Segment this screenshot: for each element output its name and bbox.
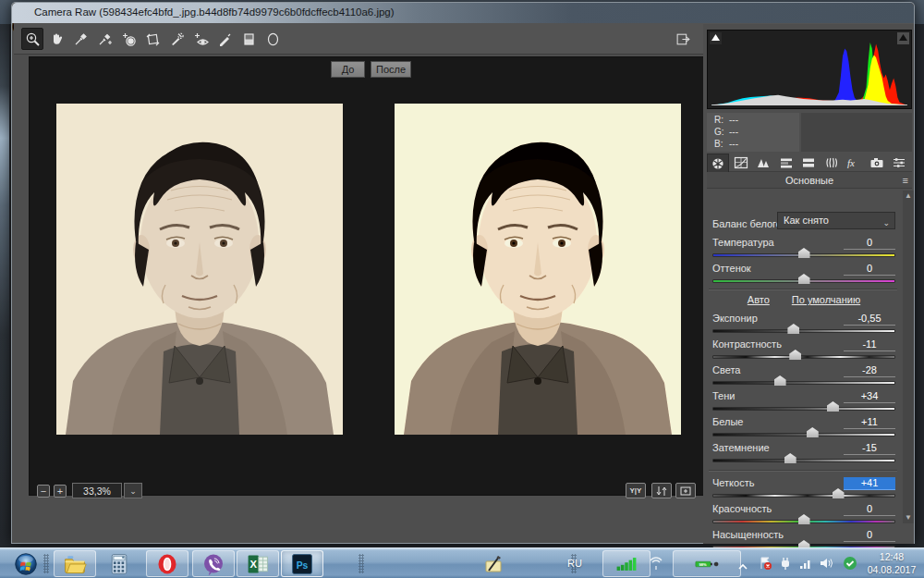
copy-settings-button[interactable]: [675, 483, 696, 498]
tab-hsl[interactable]: [775, 154, 797, 172]
white-balance-row: Баланс белого: Как снято ⌄: [712, 215, 897, 231]
slider-value[interactable]: -15: [844, 442, 895, 455]
shadow-clipping-icon[interactable]: [710, 32, 722, 44]
explorer-icon[interactable]: [54, 550, 96, 577]
open-preferences-icon[interactable]: [672, 28, 694, 50]
tab-camera-calibration[interactable]: [866, 154, 888, 172]
radial-filter-tool[interactable]: [261, 28, 284, 50]
slider-handle[interactable]: [798, 274, 810, 284]
slider-track[interactable]: [712, 407, 895, 411]
zoom-tool[interactable]: [21, 28, 43, 50]
panel-scrollbar[interactable]: ▲ ▼: [903, 191, 914, 523]
calculator-icon[interactable]: [98, 550, 140, 577]
slider-label: Температура: [712, 237, 774, 248]
slider-track[interactable]: [712, 381, 895, 385]
slider-handle[interactable]: [774, 375, 786, 386]
clock-date: 04.08.2017: [863, 563, 920, 576]
slider-handle[interactable]: [833, 488, 845, 498]
panel-menu-icon[interactable]: ≡: [903, 175, 908, 186]
red-eye-tool[interactable]: [189, 28, 212, 50]
tab-split-toning[interactable]: [797, 154, 820, 172]
auto-link[interactable]: Авто: [748, 294, 770, 305]
tab-lens-corrections[interactable]: [821, 154, 843, 172]
swap-before-after-button[interactable]: [651, 483, 672, 498]
slider-value[interactable]: +34: [844, 390, 895, 403]
viber-icon[interactable]: [192, 550, 235, 577]
language-indicator[interactable]: RU: [567, 558, 582, 569]
slider-handle[interactable]: [827, 401, 839, 412]
slider-highlights: Света-28: [712, 364, 897, 390]
clock[interactable]: 12:48 04.08.2017: [863, 550, 920, 576]
photo-after[interactable]: [395, 104, 681, 435]
taskbar-divider: [359, 554, 364, 573]
targeted-adjustment-tool[interactable]: [117, 28, 140, 50]
notes-icon[interactable]: [475, 550, 512, 577]
battery-indicator[interactable]: 98%: [673, 550, 741, 577]
spot-removal-tool[interactable]: [165, 28, 188, 50]
scroll-up-arrow[interactable]: ▲: [903, 191, 914, 202]
slider-handle[interactable]: [798, 514, 810, 524]
before-button[interactable]: До: [331, 61, 365, 78]
zoom-out-button[interactable]: −: [37, 485, 50, 498]
slider-handle[interactable]: [807, 427, 819, 437]
slider-track[interactable]: [712, 329, 895, 333]
slider-value[interactable]: +41: [844, 477, 895, 490]
graduated-filter-tool[interactable]: [237, 28, 260, 50]
zoom-level-value[interactable]: 33,3%: [72, 483, 122, 498]
slider-value[interactable]: 0: [844, 529, 895, 542]
section-title: Основные: [707, 172, 912, 189]
slider-contrast: Контрастность-11: [712, 338, 897, 364]
slider-value[interactable]: +11: [844, 416, 895, 429]
slider-handle[interactable]: [787, 324, 799, 334]
volume-icon[interactable]: [819, 556, 833, 574]
tab-presets[interactable]: [888, 154, 910, 172]
slider-track[interactable]: [712, 494, 895, 498]
sync-icon[interactable]: [843, 556, 857, 574]
tab-effects[interactable]: fx: [843, 154, 865, 172]
slider-value[interactable]: -0,55: [844, 313, 895, 326]
scroll-down-arrow[interactable]: ▼: [903, 512, 914, 523]
slider-shadows: Тени+34: [712, 390, 897, 416]
slider-handle[interactable]: [789, 350, 801, 360]
after-button[interactable]: После: [371, 61, 411, 78]
crop-tool[interactable]: [141, 28, 164, 50]
slider-value[interactable]: -11: [844, 338, 895, 351]
slider-track[interactable]: [712, 459, 895, 462]
slider-handle[interactable]: [798, 248, 810, 258]
color-sampler-tool[interactable]: [93, 28, 116, 50]
slider-track[interactable]: [712, 433, 895, 437]
tab-detail[interactable]: [752, 154, 774, 172]
tab-tone-curve[interactable]: [730, 154, 752, 172]
wifi-icon[interactable]: [649, 557, 663, 575]
default-link[interactable]: По умолчанию: [792, 294, 860, 305]
slider-handle[interactable]: [784, 453, 796, 463]
adjustment-brush-tool[interactable]: [213, 28, 236, 50]
opera-icon[interactable]: [146, 550, 188, 577]
zoom-in-button[interactable]: +: [54, 485, 67, 498]
zoom-level-dropdown[interactable]: ⌄: [124, 483, 142, 498]
chevron-down-icon: ⌄: [882, 215, 890, 231]
slider-value[interactable]: -28: [844, 364, 895, 377]
network-meter-icon[interactable]: [602, 550, 650, 577]
slider-value[interactable]: 0: [844, 237, 895, 250]
before-after-views-button[interactable]: Y|Y: [626, 483, 646, 498]
photoshop-icon[interactable]: Ps: [281, 550, 323, 577]
slider-label: Красочность: [712, 503, 772, 514]
section-header: Основные ≡: [707, 172, 912, 189]
white-balance-select[interactable]: Как снято ⌄: [777, 212, 895, 229]
hidden-icons-arrow[interactable]: [736, 560, 750, 578]
white-balance-tool[interactable]: [69, 28, 91, 50]
excel-icon[interactable]: X: [237, 550, 279, 577]
power-plug-icon[interactable]: [778, 556, 793, 574]
slider-track[interactable]: [712, 355, 895, 359]
hand-tool[interactable]: [45, 28, 67, 50]
slider-value[interactable]: 0: [844, 503, 895, 516]
tab-basic[interactable]: [707, 154, 729, 172]
action-center-flag-icon[interactable]: [758, 556, 772, 574]
slider-value[interactable]: 0: [844, 263, 895, 276]
photo-before[interactable]: [56, 104, 343, 435]
highlight-clipping-icon[interactable]: [897, 32, 909, 44]
network-signal-icon[interactable]: [798, 556, 813, 574]
dialog-title: Camera Raw (598434efc4bfd_.jpg.b44d8fb74…: [34, 6, 395, 18]
dialog-titlebar[interactable]: Camera Raw (598434efc4bfd_.jpg.b44d8fb74…: [12, 3, 914, 23]
